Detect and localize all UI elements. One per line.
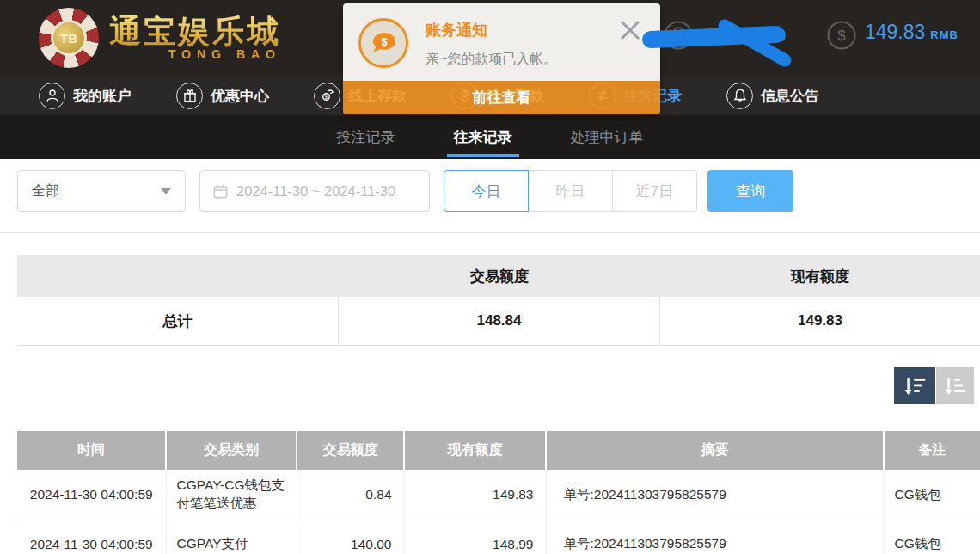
record-trade-amount: 140.00 — [297, 520, 404, 554]
brand-text: 通宝娱乐城 TONG BAO — [109, 15, 281, 61]
records-header-row: 时间 交易类别 交易额度 现有额度 摘要 备注 — [17, 431, 980, 470]
record-trade-amount: 0.84 — [297, 470, 404, 520]
dollar-coin-icon: $ — [827, 21, 856, 50]
dollar-chat-icon: $ — [358, 18, 408, 68]
summary-header-row: 交易额度 现有额度 — [17, 255, 980, 297]
record-summary: 单号:202411303795825579 — [546, 470, 884, 520]
record-type: CGPAY-CG钱包支付笔笔送优惠 — [166, 470, 297, 520]
record-row: 2024-11-30 04:00:59 CGPAY支付 140.00 148.9… — [17, 520, 980, 554]
bell-icon — [726, 83, 753, 109]
nav-item-announcements[interactable]: 信息公告 — [726, 83, 819, 109]
gift-icon — [176, 83, 203, 109]
toast-message: 亲~您的款项已入帐。 — [426, 51, 557, 69]
summary-total-row: 总计 148.84 149.83 — [17, 297, 980, 346]
sort-ascending-button[interactable] — [936, 367, 974, 404]
user-account[interactable]: che90 — [664, 21, 787, 50]
chip-monogram: TB — [51, 20, 87, 56]
brand-name-en: TONG BAO — [109, 47, 281, 61]
toast-title: 账务通知 — [426, 20, 557, 40]
main-content: 全部 2024-11-30 ~ 2024-11-30 今日 昨日 近7日 查询 … — [0, 170, 980, 554]
tab-bet-records[interactable]: 投注记录 — [327, 115, 406, 159]
summary-header-blank — [17, 255, 339, 297]
summary-trade-amount: 148.84 — [339, 297, 660, 345]
brand-name-cn: 通宝娱乐城 — [109, 15, 281, 49]
user-icon — [664, 21, 693, 50]
quick-range-group: 今日 昨日 近7日 — [444, 170, 697, 212]
svg-text:$: $ — [324, 94, 328, 100]
balance[interactable]: $ 149.83 RMB — [827, 21, 959, 50]
nav-item-my-account[interactable]: 我的账户 — [39, 83, 132, 109]
username: che90 — [701, 26, 787, 46]
date-range-value: 2024-11-30 ~ 2024-11-30 — [236, 183, 395, 200]
category-select[interactable]: 全部 — [17, 170, 186, 212]
svg-text:$: $ — [381, 35, 388, 48]
summary-total-label: 总计 — [17, 297, 339, 345]
records-table: 时间 交易类别 交易额度 现有额度 摘要 备注 2024-11-30 04:00… — [17, 431, 980, 554]
summary-header-trade: 交易额度 — [339, 255, 660, 297]
close-icon[interactable] — [617, 17, 643, 43]
category-select-value: 全部 — [32, 182, 161, 200]
casino-chip-icon: TB — [39, 8, 99, 68]
record-row: 2024-11-30 04:00:59 CGPAY-CG钱包支付笔笔送优惠 0.… — [17, 470, 980, 520]
balance-amount: 149.83 — [865, 21, 925, 44]
search-button[interactable]: 查询 — [707, 170, 793, 212]
col-header-type: 交易类别 — [166, 431, 297, 470]
last7days-button[interactable]: 近7日 — [612, 170, 697, 212]
record-summary: 单号:202411303795825579 — [546, 520, 884, 554]
record-current-amount: 148.99 — [404, 520, 546, 554]
sub-tabs: 投注记录 往来记录 处理中订单 — [0, 115, 980, 159]
col-header-note: 备注 — [884, 431, 980, 470]
record-note: CG钱包 — [884, 470, 980, 520]
record-note: CG钱包 — [884, 520, 980, 554]
yesterday-button[interactable]: 昨日 — [528, 170, 613, 212]
account-notification-toast: $ 账务通知 亲~您的款项已入帐。 前往查看 — [343, 3, 660, 114]
sort-ascending-icon — [943, 375, 967, 397]
filter-row: 全部 2024-11-30 ~ 2024-11-30 今日 昨日 近7日 查询 — [0, 170, 980, 212]
sort-controls — [894, 367, 974, 404]
user-icon — [39, 83, 65, 109]
calendar-icon — [212, 183, 229, 200]
balance-currency: RMB — [930, 28, 959, 41]
summary-header-current: 现有额度 — [660, 255, 980, 297]
sort-descending-button[interactable] — [894, 367, 935, 404]
record-time: 2024-11-30 04:00:59 — [17, 520, 166, 554]
chevron-down-icon — [161, 188, 171, 194]
col-header-time: 时间 — [17, 431, 166, 470]
date-range-input[interactable]: 2024-11-30 ~ 2024-11-30 — [199, 170, 430, 212]
brand-logo[interactable]: TB 通宝娱乐城 TONG BAO — [39, 8, 281, 68]
section-divider — [0, 232, 980, 233]
toast-text: 账务通知 亲~您的款项已入帐。 — [426, 18, 557, 69]
record-time: 2024-11-30 04:00:59 — [17, 470, 166, 520]
sort-descending-icon — [903, 375, 927, 397]
toast-body: $ 账务通知 亲~您的款项已入帐。 — [343, 3, 660, 81]
summary-table: 交易额度 现有额度 总计 148.84 149.83 — [17, 255, 980, 346]
col-header-current-amount: 现有额度 — [404, 431, 546, 470]
col-header-trade-amount: 交易额度 — [297, 431, 404, 470]
col-header-summary: 摘要 — [546, 431, 884, 470]
today-button[interactable]: 今日 — [444, 170, 529, 212]
summary-current-amount: 149.83 — [660, 297, 980, 345]
tab-pending-orders[interactable]: 处理中订单 — [560, 115, 654, 159]
record-type: CGPAY支付 — [166, 520, 297, 554]
record-current-amount: 149.83 — [404, 470, 546, 520]
nav-item-promotions[interactable]: 优惠中心 — [176, 83, 269, 109]
svg-text:$: $ — [837, 28, 846, 44]
toast-action-button[interactable]: 前往查看 — [343, 81, 660, 114]
deposit-icon: $ — [314, 83, 340, 109]
tab-transaction-records[interactable]: 往来记录 — [444, 115, 523, 159]
